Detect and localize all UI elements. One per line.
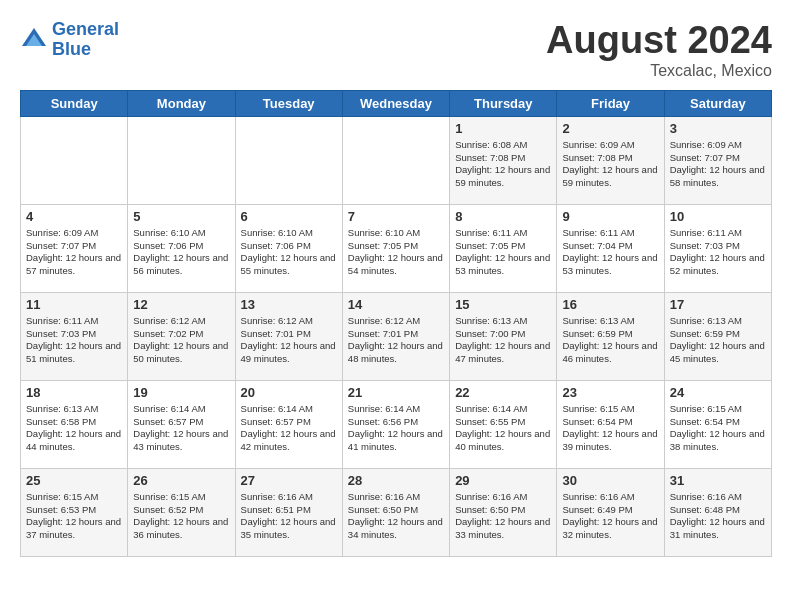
day-number: 10 — [670, 209, 766, 224]
calendar-cell: 27Sunrise: 6:16 AMSunset: 6:51 PMDayligh… — [235, 468, 342, 556]
calendar-cell: 18Sunrise: 6:13 AMSunset: 6:58 PMDayligh… — [21, 380, 128, 468]
day-number: 19 — [133, 385, 229, 400]
logo-text: General Blue — [52, 20, 119, 60]
cell-info: Sunrise: 6:13 AMSunset: 6:59 PMDaylight:… — [670, 315, 766, 366]
weekday-header-row: SundayMondayTuesdayWednesdayThursdayFrid… — [21, 90, 772, 116]
calendar-cell: 8Sunrise: 6:11 AMSunset: 7:05 PMDaylight… — [450, 204, 557, 292]
day-number: 7 — [348, 209, 444, 224]
day-number: 2 — [562, 121, 658, 136]
weekday-header-wednesday: Wednesday — [342, 90, 449, 116]
week-row-1: 1Sunrise: 6:08 AMSunset: 7:08 PMDaylight… — [21, 116, 772, 204]
weekday-header-saturday: Saturday — [664, 90, 771, 116]
day-number: 25 — [26, 473, 122, 488]
weekday-header-monday: Monday — [128, 90, 235, 116]
calendar-cell: 15Sunrise: 6:13 AMSunset: 7:00 PMDayligh… — [450, 292, 557, 380]
calendar-cell: 9Sunrise: 6:11 AMSunset: 7:04 PMDaylight… — [557, 204, 664, 292]
cell-info: Sunrise: 6:10 AMSunset: 7:06 PMDaylight:… — [133, 227, 229, 278]
calendar-cell: 10Sunrise: 6:11 AMSunset: 7:03 PMDayligh… — [664, 204, 771, 292]
cell-info: Sunrise: 6:16 AMSunset: 6:48 PMDaylight:… — [670, 491, 766, 542]
day-number: 30 — [562, 473, 658, 488]
day-number: 9 — [562, 209, 658, 224]
day-number: 16 — [562, 297, 658, 312]
day-number: 20 — [241, 385, 337, 400]
calendar-cell — [235, 116, 342, 204]
calendar-cell: 26Sunrise: 6:15 AMSunset: 6:52 PMDayligh… — [128, 468, 235, 556]
cell-info: Sunrise: 6:08 AMSunset: 7:08 PMDaylight:… — [455, 139, 551, 190]
week-row-3: 11Sunrise: 6:11 AMSunset: 7:03 PMDayligh… — [21, 292, 772, 380]
location: Texcalac, Mexico — [546, 62, 772, 80]
calendar-cell: 21Sunrise: 6:14 AMSunset: 6:56 PMDayligh… — [342, 380, 449, 468]
cell-info: Sunrise: 6:12 AMSunset: 7:01 PMDaylight:… — [241, 315, 337, 366]
calendar-cell: 1Sunrise: 6:08 AMSunset: 7:08 PMDaylight… — [450, 116, 557, 204]
cell-info: Sunrise: 6:09 AMSunset: 7:07 PMDaylight:… — [26, 227, 122, 278]
day-number: 14 — [348, 297, 444, 312]
logo-line2: Blue — [52, 39, 91, 59]
day-number: 1 — [455, 121, 551, 136]
weekday-header-friday: Friday — [557, 90, 664, 116]
cell-info: Sunrise: 6:15 AMSunset: 6:54 PMDaylight:… — [562, 403, 658, 454]
page-header: General Blue August 2024 Texcalac, Mexic… — [20, 20, 772, 80]
title-block: August 2024 Texcalac, Mexico — [546, 20, 772, 80]
day-number: 28 — [348, 473, 444, 488]
cell-info: Sunrise: 6:10 AMSunset: 7:05 PMDaylight:… — [348, 227, 444, 278]
day-number: 3 — [670, 121, 766, 136]
week-row-4: 18Sunrise: 6:13 AMSunset: 6:58 PMDayligh… — [21, 380, 772, 468]
calendar-cell: 3Sunrise: 6:09 AMSunset: 7:07 PMDaylight… — [664, 116, 771, 204]
calendar-cell: 22Sunrise: 6:14 AMSunset: 6:55 PMDayligh… — [450, 380, 557, 468]
cell-info: Sunrise: 6:16 AMSunset: 6:49 PMDaylight:… — [562, 491, 658, 542]
day-number: 21 — [348, 385, 444, 400]
day-number: 24 — [670, 385, 766, 400]
calendar-cell: 28Sunrise: 6:16 AMSunset: 6:50 PMDayligh… — [342, 468, 449, 556]
calendar-cell: 19Sunrise: 6:14 AMSunset: 6:57 PMDayligh… — [128, 380, 235, 468]
cell-info: Sunrise: 6:14 AMSunset: 6:57 PMDaylight:… — [241, 403, 337, 454]
cell-info: Sunrise: 6:15 AMSunset: 6:54 PMDaylight:… — [670, 403, 766, 454]
cell-info: Sunrise: 6:11 AMSunset: 7:03 PMDaylight:… — [670, 227, 766, 278]
cell-info: Sunrise: 6:09 AMSunset: 7:08 PMDaylight:… — [562, 139, 658, 190]
cell-info: Sunrise: 6:14 AMSunset: 6:56 PMDaylight:… — [348, 403, 444, 454]
weekday-header-thursday: Thursday — [450, 90, 557, 116]
day-number: 12 — [133, 297, 229, 312]
calendar-cell: 16Sunrise: 6:13 AMSunset: 6:59 PMDayligh… — [557, 292, 664, 380]
calendar-cell: 5Sunrise: 6:10 AMSunset: 7:06 PMDaylight… — [128, 204, 235, 292]
day-number: 17 — [670, 297, 766, 312]
cell-info: Sunrise: 6:14 AMSunset: 6:57 PMDaylight:… — [133, 403, 229, 454]
day-number: 13 — [241, 297, 337, 312]
cell-info: Sunrise: 6:15 AMSunset: 6:53 PMDaylight:… — [26, 491, 122, 542]
logo-icon — [20, 26, 48, 54]
calendar-cell — [21, 116, 128, 204]
week-row-2: 4Sunrise: 6:09 AMSunset: 7:07 PMDaylight… — [21, 204, 772, 292]
cell-info: Sunrise: 6:13 AMSunset: 7:00 PMDaylight:… — [455, 315, 551, 366]
cell-info: Sunrise: 6:16 AMSunset: 6:51 PMDaylight:… — [241, 491, 337, 542]
day-number: 15 — [455, 297, 551, 312]
logo: General Blue — [20, 20, 119, 60]
day-number: 26 — [133, 473, 229, 488]
day-number: 6 — [241, 209, 337, 224]
calendar-cell: 17Sunrise: 6:13 AMSunset: 6:59 PMDayligh… — [664, 292, 771, 380]
cell-info: Sunrise: 6:09 AMSunset: 7:07 PMDaylight:… — [670, 139, 766, 190]
day-number: 22 — [455, 385, 551, 400]
day-number: 23 — [562, 385, 658, 400]
calendar-cell: 29Sunrise: 6:16 AMSunset: 6:50 PMDayligh… — [450, 468, 557, 556]
weekday-header-tuesday: Tuesday — [235, 90, 342, 116]
logo-line1: General — [52, 19, 119, 39]
calendar-cell: 14Sunrise: 6:12 AMSunset: 7:01 PMDayligh… — [342, 292, 449, 380]
day-number: 29 — [455, 473, 551, 488]
calendar-cell: 25Sunrise: 6:15 AMSunset: 6:53 PMDayligh… — [21, 468, 128, 556]
cell-info: Sunrise: 6:13 AMSunset: 6:59 PMDaylight:… — [562, 315, 658, 366]
calendar-cell: 24Sunrise: 6:15 AMSunset: 6:54 PMDayligh… — [664, 380, 771, 468]
calendar-cell: 13Sunrise: 6:12 AMSunset: 7:01 PMDayligh… — [235, 292, 342, 380]
cell-info: Sunrise: 6:15 AMSunset: 6:52 PMDaylight:… — [133, 491, 229, 542]
calendar-cell: 7Sunrise: 6:10 AMSunset: 7:05 PMDaylight… — [342, 204, 449, 292]
cell-info: Sunrise: 6:16 AMSunset: 6:50 PMDaylight:… — [348, 491, 444, 542]
day-number: 18 — [26, 385, 122, 400]
month-year: August 2024 — [546, 20, 772, 62]
calendar-cell — [128, 116, 235, 204]
calendar-cell: 11Sunrise: 6:11 AMSunset: 7:03 PMDayligh… — [21, 292, 128, 380]
calendar-cell: 6Sunrise: 6:10 AMSunset: 7:06 PMDaylight… — [235, 204, 342, 292]
cell-info: Sunrise: 6:10 AMSunset: 7:06 PMDaylight:… — [241, 227, 337, 278]
calendar-cell — [342, 116, 449, 204]
calendar-cell: 30Sunrise: 6:16 AMSunset: 6:49 PMDayligh… — [557, 468, 664, 556]
day-number: 8 — [455, 209, 551, 224]
week-row-5: 25Sunrise: 6:15 AMSunset: 6:53 PMDayligh… — [21, 468, 772, 556]
day-number: 11 — [26, 297, 122, 312]
